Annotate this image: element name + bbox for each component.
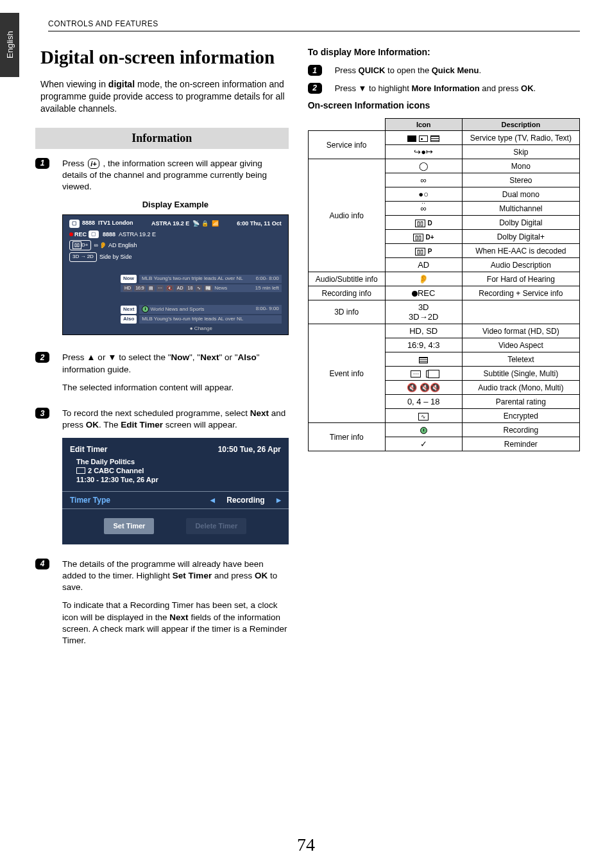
desc-service-type: Service type (TV, Radio, Text)	[462, 131, 579, 145]
intro-pre: When viewing in	[40, 79, 108, 89]
delete-timer-button[interactable]: Delete Timer	[186, 518, 246, 534]
channel-icon	[76, 467, 85, 474]
subhead-display-more: To display More Information:	[308, 47, 580, 57]
step-1-badge: 1	[35, 158, 49, 169]
edit-timer-programme: The Daily Politics	[76, 457, 281, 466]
desc-ad: Audio Description	[462, 258, 579, 272]
desc-vf: Video format (HD, SD)	[462, 324, 579, 338]
teletext-icon	[385, 352, 462, 367]
step-1-text: Press i+ , the information screen will a…	[62, 158, 289, 193]
dolby-digital-icon: ▯▯ D	[385, 216, 462, 230]
cat-recording-info: Recording info	[308, 286, 385, 300]
desc-parental: Parental rating	[462, 395, 579, 409]
intro-bold: digital	[108, 79, 135, 89]
cat-3d-info: 3D info	[308, 300, 385, 324]
section-heading-information: Information	[35, 128, 289, 149]
desc-mono: Mono	[462, 159, 579, 173]
cat-audio-info: Audio info	[308, 159, 385, 272]
cat-service-info: Service info	[308, 131, 385, 159]
ad-icon: AD	[385, 258, 462, 272]
step-3-badge: 3	[35, 408, 49, 419]
desc-reminder: Reminder	[462, 437, 579, 451]
tv-icon	[407, 135, 416, 142]
edit-timer-channel: 2 CABC Channel	[88, 466, 144, 475]
recording-clock-icon	[385, 423, 462, 437]
mono-icon: ◯	[385, 159, 462, 173]
3d-icon: 3D3D→2D	[385, 300, 462, 324]
desc-audio-track: Audio track (Mono, Multi)	[462, 381, 579, 395]
cat-audio-subtitle: Audio/Subtitle info	[308, 272, 385, 286]
desc-recording: Recording	[462, 423, 579, 437]
display-example-caption: Display Example	[62, 199, 289, 211]
dolby-pulse-icon: ▯▯ P	[385, 244, 462, 258]
step-3-text: To record the next scheduled programme, …	[62, 408, 289, 431]
desc-subt: Subtitle (Single, Multi)	[462, 367, 579, 381]
rstep-2-badge: 2	[308, 83, 322, 94]
desc-dd: Dolby Digital	[462, 216, 579, 230]
step-4-badge: 4	[35, 559, 49, 569]
desc-multi: Multichannel	[462, 202, 579, 216]
page-title: Digital on-screen information	[40, 47, 289, 68]
desc-heaac: When HE-AAC is decoded	[462, 244, 579, 258]
stereo-icon: ∞	[385, 173, 462, 187]
step-4-text: The details of the programme will alread…	[62, 559, 289, 594]
desc-rec: Recording + Service info	[462, 286, 579, 300]
subtitle-icon	[385, 367, 462, 381]
text-icon	[430, 135, 439, 142]
display-example-panel: ▢8888 ITV1 London ASTRA 19.2 E 📡 🔒 📶 6:0…	[62, 214, 289, 336]
cat-timer-info: Timer info	[308, 423, 385, 451]
desc-skip: Skip	[462, 145, 579, 159]
desc-ttx: Teletext	[462, 352, 579, 367]
step-2-badge: 2	[35, 352, 49, 363]
cat-event-info: Event info	[308, 324, 385, 423]
hard-of-hearing-icon: 👂	[385, 272, 462, 286]
section-header: CONTROLS AND FEATURES	[48, 19, 580, 31]
th-desc: Description	[462, 119, 579, 131]
desc-ddp: Dolby Digital+	[462, 230, 579, 244]
edit-timer-title: Edit Timer	[70, 444, 107, 455]
step-2-note: The selected information content will ap…	[62, 382, 289, 394]
radio-icon	[419, 135, 428, 142]
desc-enc: Encrypted	[462, 409, 579, 423]
desc-stereo: Stereo	[462, 173, 579, 187]
rstep-1-badge: 1	[308, 65, 322, 76]
encrypted-icon: ∿	[385, 409, 462, 423]
th-icon: Icon	[385, 119, 462, 131]
multichannel-icon: ∞‥	[385, 202, 462, 216]
info-icons-table: Icon Description Service infoService typ…	[308, 118, 580, 451]
set-timer-button[interactable]: Set Timer	[104, 518, 154, 534]
step-4-note: To indicate that a Recording Timer has b…	[62, 600, 289, 647]
skip-icon: ↪●↦	[385, 145, 462, 159]
timer-type-value[interactable]: Recording	[226, 495, 264, 505]
language-tab: English	[0, 13, 19, 77]
parental-icon: 0, 4 – 18	[385, 395, 462, 409]
dolby-digital-plus-icon: ▯▯ D+	[385, 230, 462, 244]
intro-text: When viewing in digital mode, the on-scr…	[40, 78, 289, 115]
rec-icon: REC	[385, 286, 462, 300]
desc-hoh: For Hard of Hearing	[462, 272, 579, 286]
step-2-text: Press ▲ or ▼ to select the "Now", "Next"…	[62, 352, 289, 375]
audio-track-icon: 🔇 🔇🔇	[385, 381, 462, 395]
edit-timer-panel: Edit Timer 10:50 Tue, 26 Apr The Daily P…	[62, 438, 289, 544]
desc-dual: Dual mono	[462, 187, 579, 202]
timer-type-label: Timer Type	[70, 495, 110, 505]
aspect-icon: 16:9, 4:3	[385, 338, 462, 352]
rstep-1-text: Press QUICK to open the Quick Menu.	[335, 65, 580, 76]
arrow-left-icon[interactable]: ◀	[210, 496, 215, 504]
info-plus-icon: i+	[88, 159, 99, 169]
rstep-2-text: Press ▼ to highlight More Information an…	[335, 83, 580, 94]
arrow-right-icon[interactable]: ▶	[276, 496, 281, 504]
edit-timer-schedule: 11:30 - 12:30 Tue, 26 Apr	[76, 475, 281, 484]
desc-aspect: Video Aspect	[462, 338, 579, 352]
subhead-icons: On-screen Information icons	[308, 100, 580, 110]
page-number: 74	[0, 835, 612, 855]
hd-sd-icon: HD, SD	[385, 324, 462, 338]
reminder-check-icon: ✓	[385, 437, 462, 451]
edit-timer-time: 10:50 Tue, 26 Apr	[218, 444, 281, 455]
